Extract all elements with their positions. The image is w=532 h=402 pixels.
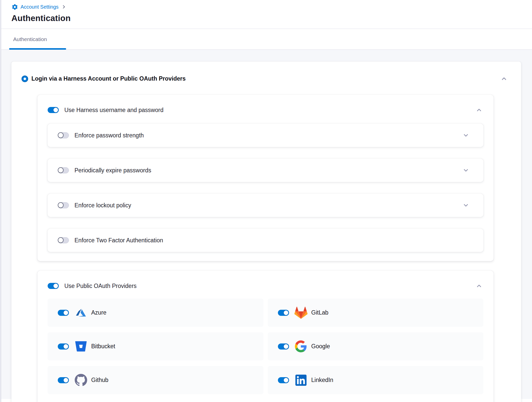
password-options-list: Enforce password strength Periodically e… <box>48 124 483 252</box>
option-label: Enforce Two Factor Authentication <box>74 237 163 244</box>
page-header: Account Settings Authentication <box>0 0 532 29</box>
chevron-up-icon <box>476 283 482 289</box>
provider-label: Bitbucket <box>91 343 115 350</box>
section-collapse-button[interactable] <box>500 74 508 83</box>
page-title: Authentication <box>11 13 532 29</box>
option-enforce-two-factor: Enforce Two Factor Authentication <box>48 229 483 252</box>
provider-label: LinkedIn <box>311 377 333 383</box>
username-password-header: Use Harness username and password <box>48 104 483 116</box>
chevron-down-icon <box>463 202 469 209</box>
provider-tile-azure: Azure <box>48 299 263 327</box>
provider-grid: Azure <box>48 299 483 394</box>
provider-label: Github <box>91 377 108 383</box>
option-label: Enforce lockout policy <box>74 202 131 209</box>
tab-authentication[interactable]: Authentication <box>13 29 47 50</box>
expand-button[interactable] <box>462 131 470 140</box>
provider-tile-github: Github <box>48 366 263 394</box>
expand-button[interactable] <box>462 166 470 175</box>
auth-settings-card: Login via a Harness Account or Public OA… <box>11 62 521 402</box>
bitbucket-toggle[interactable] <box>58 343 69 350</box>
chevron-right-icon <box>61 4 66 9</box>
chevron-down-icon <box>463 167 469 174</box>
chevron-down-icon <box>463 132 469 139</box>
azure-toggle[interactable] <box>58 310 69 316</box>
option-label: Enforce password strength <box>74 132 144 139</box>
panel-edge-strip <box>0 0 1 402</box>
linkedin-icon <box>294 373 308 387</box>
oauth-providers-panel: Use Public OAuth Providers <box>37 271 493 402</box>
breadcrumb-account-settings-link[interactable]: Account Settings <box>11 4 59 10</box>
azure-icon <box>74 306 88 320</box>
expire-passwords-toggle[interactable] <box>58 167 69 173</box>
gitlab-toggle[interactable] <box>278 310 289 316</box>
linkedin-toggle[interactable] <box>278 377 289 383</box>
expand-button[interactable] <box>462 201 470 210</box>
provider-tile-linkedin: LinkedIn <box>268 366 484 394</box>
oauth-providers-header: Use Public OAuth Providers <box>48 280 483 292</box>
tab-bar: Authentication <box>0 29 532 50</box>
provider-label: Google <box>311 343 330 350</box>
enforce-password-strength-toggle[interactable] <box>58 132 69 138</box>
option-enforce-lockout-policy: Enforce lockout policy <box>48 194 483 217</box>
provider-label: Azure <box>91 309 106 316</box>
provider-tile-google: Google <box>268 332 484 360</box>
username-password-toggle[interactable] <box>48 107 59 113</box>
provider-label: GitLab <box>311 309 329 316</box>
github-icon <box>74 373 88 387</box>
login-method-section-header: Login via a Harness Account or Public OA… <box>22 74 508 83</box>
option-enforce-password-strength: Enforce password strength <box>48 124 483 147</box>
username-password-collapse-button[interactable] <box>475 106 483 114</box>
active-tab-indicator <box>9 48 66 50</box>
option-label: Periodically expire passwords <box>74 167 151 174</box>
chevron-up-icon <box>501 75 507 82</box>
section-title: Login via a Harness Account or Public OA… <box>31 75 186 82</box>
provider-tile-bitbucket: Bitbucket <box>48 332 263 360</box>
content-area: Login via a Harness Account or Public OA… <box>0 50 532 399</box>
lockout-policy-toggle[interactable] <box>58 202 69 208</box>
option-periodically-expire-passwords: Periodically expire passwords <box>48 159 483 182</box>
oauth-providers-title: Use Public OAuth Providers <box>64 283 137 289</box>
google-icon <box>294 339 308 354</box>
google-toggle[interactable] <box>278 343 289 350</box>
username-password-panel: Use Harness username and password Enforc… <box>37 95 493 261</box>
login-method-radio[interactable] <box>22 76 28 82</box>
bitbucket-icon <box>74 339 88 354</box>
gear-icon <box>11 4 18 10</box>
chevron-up-icon <box>476 107 482 113</box>
provider-tile-gitlab: GitLab <box>268 299 484 327</box>
github-toggle[interactable] <box>58 377 69 383</box>
two-factor-toggle[interactable] <box>58 237 69 243</box>
oauth-providers-toggle[interactable] <box>48 283 59 289</box>
gitlab-icon <box>294 306 308 320</box>
username-password-title: Use Harness username and password <box>64 107 163 114</box>
oauth-collapse-button[interactable] <box>475 282 483 290</box>
breadcrumb-label: Account Settings <box>21 4 59 10</box>
breadcrumb: Account Settings <box>11 3 532 11</box>
